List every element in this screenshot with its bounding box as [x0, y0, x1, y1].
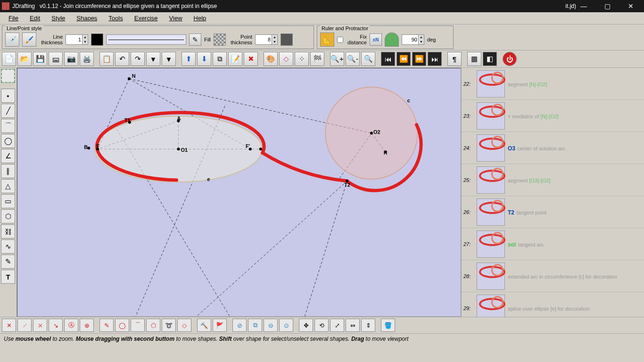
open-file-button[interactable]: 📂: [17, 52, 32, 66]
paragraph-button[interactable]: ¶: [447, 52, 462, 66]
triangle-tool[interactable]: △: [1, 179, 15, 193]
crossing-tool[interactable]: ⤫: [33, 319, 47, 332]
menu-edit[interactable]: Edit: [25, 14, 45, 23]
protractor-icon[interactable]: [385, 33, 399, 47]
new-file-button[interactable]: 📄: [2, 52, 16, 66]
first-step-button[interactable]: ⏮: [381, 52, 395, 66]
save-as-button[interactable]: 🖴: [49, 52, 63, 66]
redo-button[interactable]: ↷: [131, 52, 145, 66]
clipboard-button[interactable]: 📋: [99, 52, 114, 66]
red-arc-tool[interactable]: ⌒: [131, 319, 145, 332]
select-tool[interactable]: [1, 69, 15, 83]
copy-button[interactable]: ⧉: [213, 52, 227, 66]
history-step[interactable]: 26: T2 tangent point: [462, 196, 644, 228]
maximize-button[interactable]: ▢: [600, 1, 615, 11]
zoom-out-button[interactable]: 🔍-: [346, 52, 360, 66]
angle-tool[interactable]: ∠: [1, 149, 15, 163]
hammer-tool[interactable]: 🔨: [197, 319, 211, 332]
move-up-button[interactable]: ⬆: [182, 52, 196, 66]
redo-dropdown-button[interactable]: ▼: [162, 52, 176, 66]
text-tool[interactable]: T: [1, 270, 15, 284]
shape-tool-button[interactable]: ◇: [279, 52, 293, 66]
menu-file[interactable]: File: [4, 14, 23, 23]
vector-tool[interactable]: ↘: [49, 319, 63, 332]
power-button[interactable]: ⏻: [503, 52, 517, 66]
arc-tool[interactable]: ⌒: [1, 119, 15, 133]
eyedropper-button[interactable]: 💉: [5, 33, 19, 47]
spin-down-icon[interactable]: ▼: [82, 40, 88, 44]
move-tool[interactable]: ✥: [299, 319, 313, 332]
next-step-button[interactable]: ⏩: [412, 52, 426, 66]
history-step[interactable]: 28: extended arc in circumference [c] fo…: [462, 260, 644, 292]
bucket-tool[interactable]: 🪣: [381, 319, 395, 332]
line-style-preview[interactable]: [106, 34, 186, 45]
grid-button[interactable]: ▦: [467, 52, 481, 66]
history-step[interactable]: 27: sol tangent arc: [462, 228, 644, 260]
union-tool[interactable]: ⧉: [248, 319, 262, 332]
flag-tool-button[interactable]: 🏁: [310, 52, 324, 66]
point-thickness-input[interactable]: [256, 37, 272, 42]
mirror-h-tool[interactable]: ⇔: [346, 319, 360, 332]
freehand-tool[interactable]: ✎: [1, 255, 15, 269]
canvas[interactable]: N A T1 B F O1 F' O2 R T2 c e: [17, 68, 461, 317]
history-step[interactable]: 23: = mediatrix of [N]-[O2]: [462, 100, 644, 132]
parallel-tool[interactable]: ∥: [1, 164, 15, 178]
polygon-tool[interactable]: ⬡: [1, 209, 15, 223]
red-polygon-tool[interactable]: ⬠: [146, 319, 160, 332]
line-color-swatch[interactable]: [91, 33, 103, 46]
mirror-v-tool[interactable]: ⇕: [361, 319, 375, 332]
line-tool[interactable]: ╱: [1, 104, 15, 118]
red-square-tool[interactable]: ◇: [177, 319, 191, 332]
circle-tool[interactable]: ◯: [1, 134, 15, 148]
menu-style[interactable]: Style: [47, 14, 70, 23]
contrast-button[interactable]: ◧: [483, 52, 497, 66]
spiral-tool[interactable]: ➰: [162, 319, 176, 332]
ruler-button[interactable]: 📐: [320, 33, 334, 47]
spline-tool[interactable]: ⛓: [1, 224, 15, 239]
zoom-fit-button[interactable]: 🔍: [361, 52, 375, 66]
menu-help[interactable]: Help: [189, 14, 211, 23]
edit-line-tool[interactable]: ✎: [99, 319, 114, 332]
venn-tool[interactable]: ⊘: [232, 319, 247, 332]
rectangle-tool[interactable]: ▭: [1, 194, 15, 208]
angle-spinner[interactable]: ▲▼: [402, 34, 424, 45]
paste-button[interactable]: 📝: [228, 52, 242, 66]
curve-tool[interactable]: ∿: [1, 239, 15, 254]
minimize-button[interactable]: —: [576, 1, 591, 11]
undo-dropdown-button[interactable]: ▼: [146, 52, 160, 66]
points-tool-button[interactable]: ⁘: [295, 52, 309, 66]
delete-button[interactable]: ✖: [244, 52, 258, 66]
fill-swatch[interactable]: [214, 33, 226, 46]
xn-button[interactable]: xN: [370, 33, 382, 46]
last-step-button[interactable]: ⏭: [428, 52, 442, 66]
line-thickness-input[interactable]: [66, 37, 82, 42]
center-tool[interactable]: ⊕: [80, 319, 94, 332]
circle-a-tool[interactable]: Ⓐ: [64, 319, 78, 332]
history-step[interactable]: 22: segment [N]-[O2]: [462, 68, 644, 100]
export-image-button[interactable]: 📷: [64, 52, 78, 66]
rotate-tool[interactable]: ⟲: [314, 319, 329, 332]
scale-tool[interactable]: ⤢: [330, 319, 344, 332]
point-color-swatch[interactable]: [281, 33, 293, 46]
red-circle-tool[interactable]: ◯: [115, 319, 129, 332]
intersect2-tool[interactable]: ⊙: [279, 319, 293, 332]
history-step[interactable]: 24: O3 center of solution arc: [462, 132, 644, 164]
color-tool-button[interactable]: 🎨: [264, 52, 278, 66]
menu-view[interactable]: View: [165, 14, 187, 23]
close-button[interactable]: ✕: [623, 1, 638, 11]
history-step[interactable]: 25: segment [O3]-[O2]: [462, 164, 644, 196]
menu-shapes[interactable]: Shapes: [72, 14, 102, 23]
undo-button[interactable]: ↶: [115, 52, 129, 66]
subtract-tool[interactable]: ⊖: [264, 319, 278, 332]
move-down-button[interactable]: ⬇: [197, 52, 211, 66]
history-panel[interactable]: 22: segment [N]-[O2] 23: = mediatrix of …: [461, 68, 644, 317]
flag-red-tool[interactable]: 🚩: [213, 319, 227, 332]
point-tool[interactable]: •: [1, 89, 15, 103]
prev-step-button[interactable]: ⏪: [396, 52, 411, 66]
zoom-in-button[interactable]: 🔍+: [330, 52, 344, 66]
fix-distance-checkbox[interactable]: [337, 37, 343, 43]
spin-up-icon[interactable]: ▲: [82, 35, 88, 40]
print-button[interactable]: 🖨️: [80, 52, 94, 66]
save-button[interactable]: 💾: [33, 52, 47, 66]
menu-tools[interactable]: Tools: [104, 14, 127, 23]
